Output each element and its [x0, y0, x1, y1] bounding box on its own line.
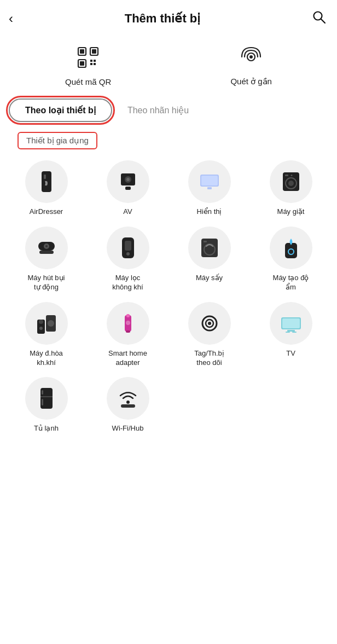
- device-tv[interactable]: TV: [251, 300, 330, 370]
- nearby-icon: [239, 45, 263, 72]
- humidifier-icon-circle: [270, 227, 312, 269]
- search-button[interactable]: [312, 10, 326, 27]
- svg-rect-8: [90, 60, 92, 62]
- airdresser-icon-circle: [25, 160, 68, 203]
- qr-scan-label: Quét mã QR: [65, 77, 111, 86]
- tv-label: TV: [286, 349, 295, 358]
- dryer-icon-circle: [188, 227, 231, 269]
- tab-by-type[interactable]: Theo loại thiết bị: [9, 98, 112, 122]
- svg-rect-38: [285, 243, 297, 258]
- fridge-label: Tủ lạnh: [34, 424, 59, 433]
- airpurifier-label: Máy lọckhông khí: [112, 274, 143, 292]
- nearby-scan-label: Quét ở gần: [230, 77, 272, 86]
- svg-rect-15: [44, 175, 46, 179]
- svg-rect-5: [80, 49, 84, 54]
- device-dryer[interactable]: Máy sấy: [170, 224, 249, 294]
- washer-icon-circle: [270, 160, 312, 203]
- av-icon-circle: [107, 160, 149, 203]
- svg-rect-7: [80, 61, 84, 66]
- device-grid-section: AirDresser AV H: [0, 149, 337, 440]
- device-av[interactable]: AV: [88, 158, 167, 219]
- scan-row: Quét mã QR Quét ở gần: [0, 35, 337, 98]
- tag-icon-circle: [188, 302, 231, 345]
- svg-rect-59: [42, 390, 43, 394]
- page-title: Thêm thiết bị: [125, 11, 201, 26]
- wifi-label: Wi-Fi/Hub: [112, 424, 144, 433]
- svg-rect-53: [282, 318, 300, 328]
- svg-line-1: [321, 19, 325, 23]
- svg-rect-60: [42, 399, 43, 405]
- svg-point-51: [208, 322, 211, 325]
- svg-rect-29: [39, 251, 54, 254]
- svg-point-27: [290, 175, 292, 176]
- svg-rect-47: [126, 330, 130, 333]
- av-label: AV: [123, 207, 132, 217]
- display-label: Hiển thị: [197, 207, 222, 217]
- svg-rect-9: [94, 60, 96, 62]
- device-airpurifier[interactable]: Máy lọckhông khí: [88, 224, 167, 294]
- svg-point-31: [45, 245, 48, 247]
- svg-rect-56: [292, 332, 297, 333]
- svg-rect-62: [121, 404, 135, 408]
- qr-icon: [76, 45, 100, 73]
- vacuum-icon-circle: [25, 227, 68, 269]
- svg-point-41: [39, 320, 43, 324]
- device-wifi[interactable]: Wi-Fi/Hub: [88, 375, 167, 436]
- svg-point-48: [126, 321, 130, 325]
- device-grid: AirDresser AV H: [7, 158, 330, 436]
- airpurifier-icon-circle: [107, 227, 149, 269]
- device-aircon[interactable]: Máy đ.hòakh.khí: [7, 300, 86, 370]
- device-tag[interactable]: Tag/Th.bịtheo dõi: [170, 300, 249, 370]
- svg-rect-46: [126, 314, 130, 317]
- svg-rect-19: [125, 187, 131, 190]
- smarthome-label: Smart homeadapter: [108, 349, 147, 368]
- dryer-label: Máy sấy: [196, 274, 223, 283]
- washer-label: Máy giặt: [277, 207, 305, 217]
- wifi-icon-circle: [107, 377, 149, 420]
- display-icon-circle: [188, 160, 231, 203]
- svg-rect-55: [286, 332, 290, 333]
- svg-rect-6: [92, 49, 96, 54]
- tag-label: Tag/Th.bịtheo dõi: [194, 349, 224, 368]
- device-humidifier[interactable]: Máy tạo độẩm: [251, 224, 330, 294]
- aircon-icon-circle: [25, 302, 68, 345]
- svg-rect-26: [285, 175, 288, 176]
- tv-icon-circle: [270, 302, 312, 345]
- tab-by-brand[interactable]: Theo nhãn hiệu: [112, 100, 204, 121]
- header: ‹ Thêm thiết bị: [0, 0, 337, 35]
- svg-point-61: [126, 401, 130, 404]
- back-button[interactable]: ‹: [9, 11, 13, 26]
- svg-point-42: [39, 327, 43, 330]
- svg-point-18: [126, 178, 130, 181]
- vacuum-label: Máy hút bụitự động: [28, 274, 65, 292]
- qr-scan-button[interactable]: Quét mã QR: [65, 45, 111, 86]
- smarthome-icon-circle: [107, 302, 149, 345]
- category-label: Thiết bị gia dụng: [18, 132, 97, 149]
- aircon-label: Máy đ.hòakh.khí: [30, 349, 63, 368]
- device-fridge[interactable]: Tủ lạnh: [7, 375, 86, 436]
- device-smarthome[interactable]: Smart homeadapter: [88, 300, 167, 370]
- svg-rect-54: [287, 330, 295, 332]
- device-vacuum[interactable]: Máy hút bụitự động: [7, 224, 86, 294]
- svg-point-34: [126, 252, 130, 256]
- airdresser-label: AirDresser: [30, 207, 63, 217]
- tabs-row: Theo loại thiết bị Theo nhãn hiệu: [0, 98, 337, 122]
- device-airdresser[interactable]: AirDresser: [7, 158, 86, 219]
- humidifier-label: Máy tạo độẩm: [273, 274, 309, 292]
- svg-rect-11: [94, 63, 96, 65]
- fridge-icon-circle: [25, 377, 68, 420]
- svg-point-25: [288, 181, 294, 186]
- device-display[interactable]: Hiển thị: [170, 158, 249, 219]
- svg-point-44: [48, 320, 54, 327]
- svg-point-13: [249, 55, 253, 59]
- svg-rect-37: [204, 241, 207, 242]
- svg-rect-10: [90, 63, 92, 65]
- svg-rect-33: [125, 241, 131, 251]
- nearby-scan-button[interactable]: Quét ở gần: [230, 45, 272, 86]
- svg-rect-21: [201, 176, 218, 185]
- svg-rect-22: [207, 187, 212, 189]
- device-washer[interactable]: Máy giặt: [251, 158, 330, 219]
